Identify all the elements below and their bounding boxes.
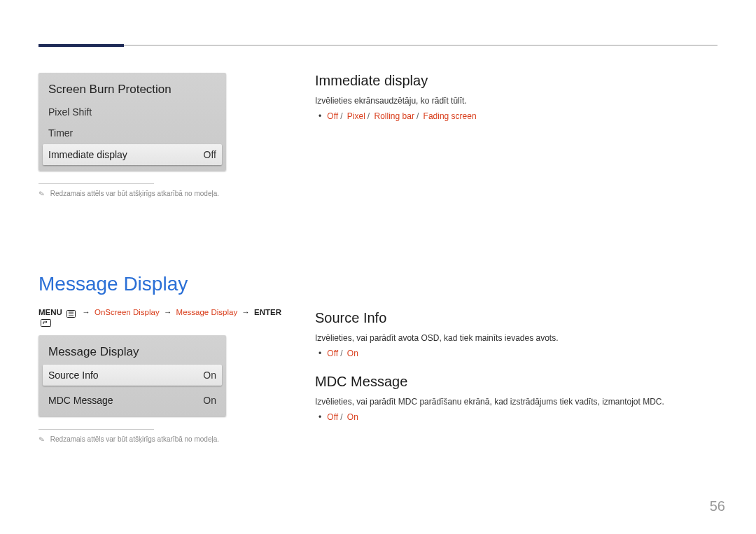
menu-box-icon	[66, 309, 76, 318]
bullet-icon: •	[315, 111, 325, 121]
panel-item-value: On	[197, 390, 222, 411]
panel-item-label: MDC Message	[43, 390, 119, 411]
panel-message-display: Message Display Source Info On MDC Messa…	[38, 335, 226, 416]
opt: Off	[327, 349, 338, 358]
panel-item-label: Immediate display	[43, 144, 133, 165]
desc-immediate-display: Izvēlieties ekrānsaudzētāju, ko rādīt tū…	[315, 96, 718, 106]
opt: Fading screen	[424, 111, 477, 121]
page-body: Screen Burn Protection Pixel Shift Timer…	[38, 45, 718, 443]
panel-screen-burn-protection: Screen Burn Protection Pixel Shift Timer…	[38, 73, 226, 171]
panel-title: Message Display	[38, 335, 226, 365]
page-number: 56	[710, 498, 725, 514]
opt: On	[347, 412, 358, 422]
footnote-text: Redzamais attēls var būt atšķirīgs atkar…	[50, 190, 219, 197]
header-rule	[38, 45, 718, 48]
header-accent-bar	[38, 44, 124, 47]
panel-item-immediate-display: Immediate display Off	[43, 144, 222, 165]
heading-mdc-message: MDC Message	[315, 374, 718, 390]
heading-immediate-display: Immediate display	[315, 73, 718, 89]
crumb-menu: MENU	[38, 308, 62, 316]
panel-item-source-info: Source Info On	[43, 365, 222, 386]
footnote-text: Redzamais attēls var būt atšķirīgs atkar…	[50, 435, 219, 443]
opt: Off	[327, 412, 338, 422]
panel-item-label: Source Info	[43, 365, 104, 386]
opt: Rolling bar	[374, 111, 414, 121]
crumb-onscreen-display: OnScreen Display	[94, 308, 160, 316]
opt: Pixel	[347, 111, 365, 121]
pencil-icon: ✎	[38, 435, 46, 444]
note-divider	[38, 183, 154, 184]
bullet-icon: •	[315, 349, 325, 358]
enter-box-icon	[41, 318, 51, 326]
panel-item-mdc-message: MDC Message On	[43, 390, 222, 411]
desc-source-info: Izvēlieties, vai parādīt avota OSD, kad …	[315, 333, 718, 343]
footnote: ✎ Redzamais attēls var būt atšķirīgs atk…	[38, 190, 293, 197]
bullet-icon: •	[315, 412, 325, 422]
panel-item-value: On	[197, 365, 222, 386]
options-source-info: • Off/ On	[315, 349, 718, 358]
left-column: Screen Burn Protection Pixel Shift Timer…	[38, 73, 315, 443]
desc-mdc-message: Izvēlieties, vai parādīt MDC parādīšanu …	[315, 397, 718, 407]
right-column: Immediate display Izvēlieties ekrānsaudz…	[315, 73, 718, 443]
options-immediate-display: • Off/ Pixel/ Rolling bar/ Fading screen	[315, 111, 718, 121]
arrow-icon: →	[80, 308, 92, 316]
panel-item-pixel-shift: Pixel Shift	[38, 102, 226, 123]
svg-rect-4	[41, 319, 51, 326]
heading-source-info: Source Info	[315, 310, 718, 326]
panel-item-timer: Timer	[38, 123, 226, 144]
panel-item-value: Off	[198, 144, 222, 165]
opt: Off	[327, 111, 338, 121]
options-mdc-message: • Off/ On	[315, 412, 718, 422]
arrow-icon: →	[239, 308, 252, 316]
breadcrumb: MENU → OnScreen Display → Message Displa…	[38, 308, 293, 325]
opt: On	[347, 349, 358, 358]
panel-title: Screen Burn Protection	[38, 73, 226, 102]
note-divider	[38, 429, 154, 430]
heading-message-display: Message Display	[38, 273, 293, 295]
pencil-icon: ✎	[38, 189, 46, 198]
crumb-enter: ENTER	[254, 308, 281, 316]
arrow-icon: →	[162, 308, 174, 316]
crumb-message-display: Message Display	[176, 308, 238, 316]
footnote: ✎ Redzamais attēls var būt atšķirīgs atk…	[38, 435, 293, 443]
